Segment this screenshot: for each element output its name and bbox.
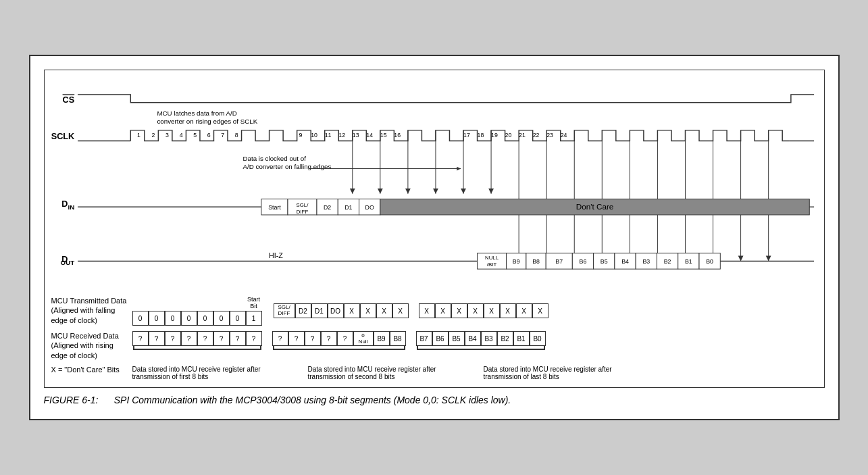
din-d1-text: D1 [344,204,352,211]
din-label-d: D [61,199,68,209]
svg-text:10: 10 [311,132,317,139]
svg-text:19: 19 [491,132,498,139]
mcu-rx-cell-q4: ? [181,331,197,346]
mcu-tx-cell-x8: X [467,303,484,318]
mcu-tx-cell-0-7: 0 [230,311,246,326]
cs-waveform [78,95,814,103]
bracket3 [417,346,545,350]
svg-marker-4 [405,189,410,194]
gap1 [263,303,274,318]
bracket2 [273,346,405,350]
mcu-tx-cell-0-6: 0 [213,311,230,326]
mcu-tx-row: MCU Transmitted Data (Aligned with falli… [51,296,817,326]
svg-text:2: 2 [151,132,155,139]
mcu-tx-cell-d2: D2 [295,303,311,318]
annotation1-line1: MCU latches data from A/D [157,109,236,117]
mcu-rx-cell-b8: B8 [390,331,406,346]
figure-caption-text: SPI Communication with the MCP3004/3008 … [114,395,511,405]
rising-edge-arrows [349,130,771,261]
diagram-area: CS MCU latches data from A/D converter o… [44,70,825,388]
svg-text:4: 4 [179,132,182,139]
mcu-rx-cell-q10: ? [288,331,305,346]
din-start-text: Start [268,204,281,211]
svg-marker-6 [433,189,438,194]
mcu-tx-cell-x11: X [516,303,532,318]
din-sgl-text1: SGL/ [296,202,309,208]
mcu-tx-cells: Start Bit 0 0 0 0 0 0 0 1 [132,296,817,326]
startbit-label: Start Bit [246,296,262,309]
timing-diagram-svg: CS MCU latches data from A/D converter o… [51,80,817,290]
svg-text:3: 3 [165,132,169,139]
svg-text:13: 13 [352,132,359,139]
svg-text:11: 11 [324,132,331,139]
svg-text:23: 23 [546,132,553,139]
mcu-rx-cell-q7: ? [230,331,246,346]
mcu-rx-label: MCU Received Data (Aligned with rising e… [51,331,132,360]
dout-b5-text: B5 [600,258,607,265]
annotation2-line1: Data is clocked out of [242,155,306,162]
svg-text:5: 5 [193,132,197,139]
dout-b3-text: B3 [642,258,650,265]
svg-text:20: 20 [505,132,511,139]
din-d2-text: D2 [324,204,331,211]
mcu-rx-cell-b7: B7 [416,331,432,346]
bottom-section: MCU Transmitted Data (Aligned with falli… [51,296,817,380]
figure-caption: FIGURE 6-1: SPI Communication with the M… [44,395,825,405]
din-sgl-text2: DIFF [296,209,308,215]
mcu-tx-cell-0-8: 1 [246,311,262,326]
mcu-rx-cell-b4: B4 [465,331,481,346]
mcu-rx-cell-null: 0Null [353,331,374,346]
din-dontcare-text: Don't Care [576,202,613,211]
dout-b2-text: B2 [663,258,671,265]
mcu-tx-label: MCU Transmitted Data (Aligned with falli… [51,296,132,325]
gap2 [409,303,419,318]
din-do-text: DO [365,204,374,211]
svg-text:18: 18 [477,132,484,139]
mcu-rx-cell-b5: B5 [449,331,465,346]
svg-marker-11 [349,189,355,194]
mcu-tx-cell-x7: X [451,303,467,318]
mcu-tx-cell-x10: X [500,303,516,318]
svg-text:8: 8 [234,132,238,139]
mcu-tx-cell-x6: X [435,303,451,318]
bracket1 [133,346,261,350]
dout-b0-text: B0 [706,258,713,265]
dout-null-text2: /BIT [486,261,496,268]
footnote-2: Data stored into MCU receive register af… [308,366,443,380]
dout-b6-text: B6 [579,258,586,265]
din-label-in: IN [68,203,74,211]
mcu-rx-cell-b1: B1 [513,331,530,346]
mcu-tx-cell-x3: X [376,303,392,318]
dout-b8-text: B8 [532,258,540,265]
mcu-rx-cell-q1: ? [132,331,149,346]
svg-text:6: 6 [207,132,210,139]
svg-text:15: 15 [380,132,386,139]
mcu-rx-cell-q8: ? [246,331,262,346]
footnote-x-label: X = "Don't Care" Bits [51,366,132,380]
dout-b7-text: B7 [555,258,563,265]
mcu-rx-cell-q6: ? [213,331,230,346]
mcu-rx-cell-q5: ? [197,331,213,346]
mcu-tx-cell-x1: X [344,303,360,318]
sclk-label: SCLK [51,132,75,141]
sclk-numbers: 1 2 3 4 5 6 7 8 9 10 11 12 13 14 15 16 1… [137,132,567,139]
mcu-tx-cell-x2: X [360,303,376,318]
mcu-rx-cell-b0: B0 [530,331,546,346]
mcu-rx-cell-q2: ? [149,331,165,346]
svg-text:9: 9 [299,132,302,139]
mcu-tx-cell-do: DO [328,303,344,318]
page-container: CS MCU latches data from A/D converter o… [29,55,840,420]
svg-marker-29 [738,256,743,261]
mcu-tx-cell-0-5: 0 [197,311,213,326]
mcu-tx-cell-0-1: 0 [132,311,149,326]
sclk-pulses [130,130,790,261]
cs-label: CS [62,95,74,105]
mcu-tx-cell-x12: X [532,303,548,318]
footnote-1: Data stored into MCU receive register af… [132,366,267,380]
svg-marker-8 [461,189,466,194]
svg-text:7: 7 [221,132,224,139]
svg-text:12: 12 [338,132,345,139]
svg-text:22: 22 [532,132,539,139]
figure-title: FIGURE 6-1: [44,395,99,405]
mcu-rx-cell-q3: ? [165,331,181,346]
